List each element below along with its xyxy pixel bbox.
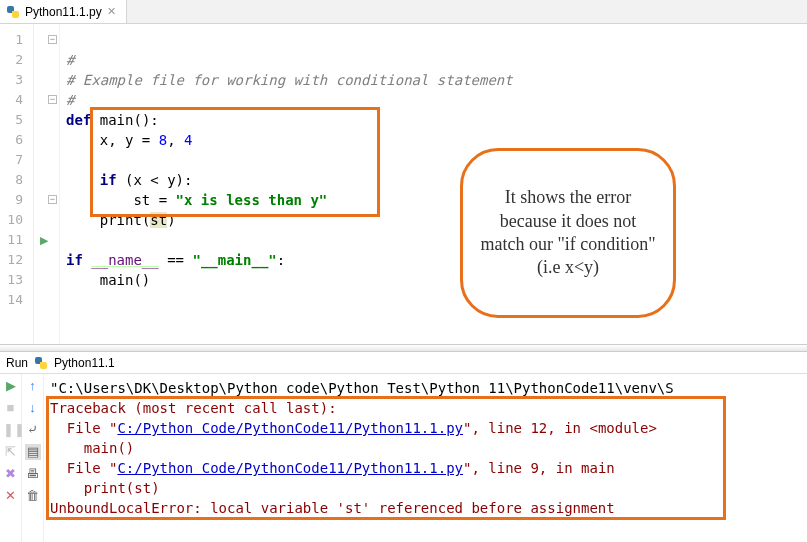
line-number: 3 bbox=[0, 70, 23, 90]
wrap-icon[interactable]: ⤶ bbox=[25, 422, 41, 438]
editor-area: 1 2 3 4 5 6 7 8 9 10 11 12 13 14 − − − ▶… bbox=[0, 24, 807, 344]
line-number: 13 bbox=[0, 270, 23, 290]
up-arrow-icon[interactable]: ↑ bbox=[25, 378, 41, 394]
callout: It shows the error because it does not m… bbox=[460, 148, 676, 318]
line-number: 5 bbox=[0, 110, 23, 130]
line-number: 7 bbox=[0, 150, 23, 170]
python-file-icon bbox=[6, 5, 20, 19]
line-number: 14 bbox=[0, 290, 23, 310]
line-number: 12 bbox=[0, 250, 23, 270]
fold-icon[interactable]: − bbox=[48, 35, 57, 44]
comment: # bbox=[66, 52, 74, 68]
line-number: 10 bbox=[0, 210, 23, 230]
tab-bar: Python11.1.py ✕ bbox=[0, 0, 807, 24]
console-output[interactable]: "C:\Users\DK\Desktop\Python code\Python … bbox=[44, 374, 807, 542]
run-toolbar-1: ▶ ■ ❚❚ ⇱ ✖ ✕ bbox=[0, 374, 22, 542]
keyword-def: def bbox=[66, 112, 91, 128]
keyword-if: if bbox=[66, 252, 83, 268]
line-number: 9 bbox=[0, 190, 23, 210]
dunder-name: __name__ bbox=[91, 252, 158, 268]
line-number: 8 bbox=[0, 170, 23, 190]
scroll-icon[interactable]: ▤ bbox=[25, 444, 41, 460]
print-icon[interactable]: 🖶 bbox=[25, 466, 41, 482]
tab-filename: Python11.1.py bbox=[25, 5, 102, 19]
line-number: 1 bbox=[0, 30, 23, 50]
down-arrow-icon[interactable]: ↓ bbox=[25, 400, 41, 416]
line-number: 4 bbox=[0, 90, 23, 110]
line-number: 11 bbox=[0, 230, 23, 250]
interpreter-path: "C:\Users\DK\Desktop\Python code\Python … bbox=[50, 380, 674, 396]
line-number: 6 bbox=[0, 130, 23, 150]
comment: # bbox=[66, 92, 74, 108]
mute-icon[interactable]: ✖ bbox=[3, 466, 19, 482]
eq: == bbox=[159, 252, 193, 268]
run-toolbar-2: ↑ ↓ ⤶ ▤ 🖶 🗑 bbox=[22, 374, 44, 542]
line-number: 2 bbox=[0, 50, 23, 70]
run-label: Run bbox=[6, 356, 28, 370]
colon: : bbox=[277, 252, 285, 268]
annotation-box bbox=[90, 107, 380, 217]
run-header: Run Python11.1 bbox=[0, 352, 807, 374]
code-editor[interactable]: # # Example file for working with condit… bbox=[60, 24, 807, 344]
run-line-icon[interactable]: ▶ bbox=[40, 234, 48, 247]
run-panel: ▶ ■ ❚❚ ⇱ ✖ ✕ ↑ ↓ ⤶ ▤ 🖶 🗑 "C:\Users\DK\De… bbox=[0, 374, 807, 542]
string: "__main__" bbox=[192, 252, 276, 268]
annotation-box bbox=[46, 396, 726, 520]
close-tab-icon[interactable]: ✕ bbox=[107, 5, 116, 18]
trash-icon[interactable]: 🗑 bbox=[25, 488, 41, 504]
fold-icon[interactable]: − bbox=[48, 95, 57, 104]
comment: # Example file for working with conditio… bbox=[66, 72, 513, 88]
call-main: main() bbox=[66, 272, 150, 288]
exit-icon[interactable]: ⇱ bbox=[3, 444, 19, 460]
callout-text: It shows the error because it does not m… bbox=[479, 186, 657, 280]
run-config-name: Python11.1 bbox=[54, 356, 115, 370]
fold-icon[interactable]: − bbox=[48, 195, 57, 204]
stop-icon[interactable]: ■ bbox=[3, 400, 19, 416]
rerun-icon[interactable]: ▶ bbox=[3, 378, 19, 394]
splitter[interactable] bbox=[0, 344, 807, 352]
close-icon[interactable]: ✕ bbox=[3, 488, 19, 504]
line-gutter: 1 2 3 4 5 6 7 8 9 10 11 12 13 14 bbox=[0, 24, 34, 344]
editor-tab[interactable]: Python11.1.py ✕ bbox=[0, 0, 127, 23]
marker-gutter: − − − ▶ bbox=[34, 24, 60, 344]
pause-icon[interactable]: ❚❚ bbox=[3, 422, 19, 438]
python-file-icon bbox=[34, 356, 48, 370]
callout-bubble: It shows the error because it does not m… bbox=[460, 148, 676, 318]
